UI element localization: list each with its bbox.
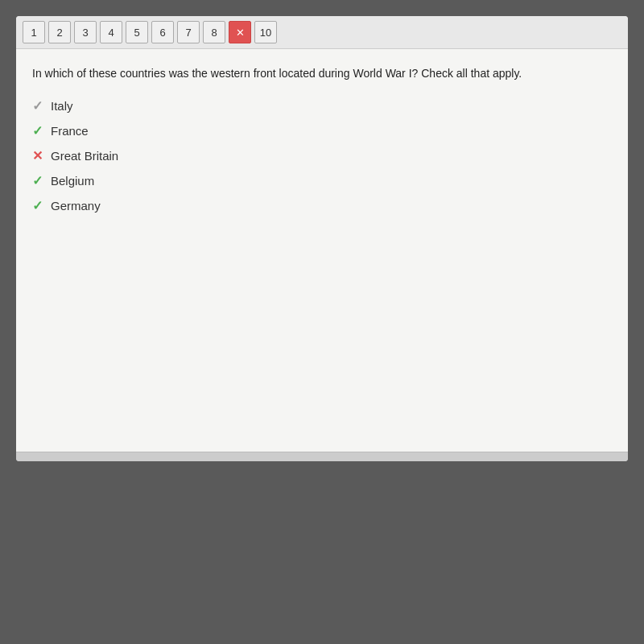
answer-label-1: France [51,124,89,138]
bottom-bar [16,452,628,461]
answer-item[interactable]: ✕Great Britain [32,148,612,163]
nav-btn-4[interactable]: 4 [100,21,122,43]
nav-btn-6[interactable]: 6 [151,21,174,43]
answer-label-3: Belgium [51,174,94,188]
answer-icon-2: ✕ [32,148,43,163]
answer-icon-4: ✓ [32,198,43,213]
question-text: In which of these countries was the west… [32,65,612,82]
answer-item[interactable]: ✓Belgium [32,173,612,188]
question-content: In which of these countries was the west… [16,49,628,452]
question-nav: 12345678✕10 [16,16,628,49]
nav-btn-5[interactable]: 5 [126,21,148,43]
answer-icon-1: ✓ [32,123,43,138]
nav-btn-2[interactable]: 2 [48,21,71,43]
answer-icon-3: ✓ [32,173,43,188]
nav-btn-3[interactable]: 3 [74,21,97,43]
answer-item[interactable]: ✓France [32,123,612,138]
screen-container: 12345678✕10 In which of these countries … [16,16,628,461]
answer-label-4: Germany [51,199,101,213]
answer-label-2: Great Britain [51,149,118,163]
answer-item[interactable]: ✓Germany [32,198,612,213]
nav-btn-1[interactable]: 1 [23,21,45,43]
answer-item[interactable]: ✓Italy [32,98,612,114]
answer-label-0: Italy [51,99,73,113]
answer-icon-0: ✓ [32,98,43,114]
nav-btn-8[interactable]: 8 [203,21,225,43]
nav-btn-7[interactable]: 7 [177,21,200,43]
nav-btn-9[interactable]: ✕ [229,21,251,43]
nav-btn-10[interactable]: 10 [254,21,277,43]
answer-list: ✓Italy✓France✕Great Britain✓Belgium✓Germ… [32,98,612,213]
